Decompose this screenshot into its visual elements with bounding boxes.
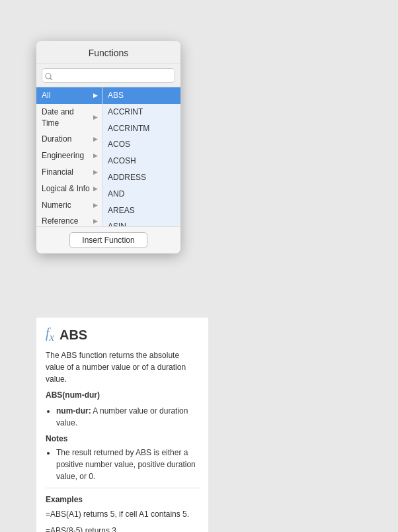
category-item-logical-info[interactable]: Logical & Info▶: [36, 181, 102, 197]
function-item-and[interactable]: AND: [102, 186, 180, 202]
category-item-date-time[interactable]: Date and Time▶: [36, 104, 102, 132]
desc-header: fx ABS: [46, 326, 199, 344]
category-item-numeric[interactable]: Numeric▶: [36, 197, 102, 214]
chevron-icon: ▶: [93, 135, 98, 144]
function-item-areas[interactable]: AREAS: [102, 202, 180, 219]
example-item: =ABS(8-5) returns 3.: [46, 525, 199, 532]
panel-title: Functions: [36, 41, 180, 64]
category-list: All▶Date and Time▶Duration▶Engineering▶F…: [36, 87, 102, 226]
lists-container: All▶Date and Time▶Duration▶Engineering▶F…: [36, 87, 180, 226]
function-item-accrintm[interactable]: ACCRINTM: [102, 120, 180, 137]
function-list: ABSACCRINTACCRINTMACOSACOSHADDRESSANDARE…: [102, 87, 180, 226]
desc-body: The ABS function returns the absolute va…: [46, 349, 199, 532]
chevron-icon: ▶: [93, 185, 98, 193]
category-label: Date and Time: [42, 107, 93, 129]
chevron-icon: ▶: [93, 152, 98, 160]
category-item-duration[interactable]: Duration▶: [36, 131, 102, 148]
category-label: Engineering: [42, 150, 84, 161]
chevron-icon: ▶: [93, 201, 98, 210]
param-item: num-dur: A number value or duration valu…: [56, 405, 199, 429]
functions-panel: Functions All▶Date and Time▶Duration▶Eng…: [36, 41, 180, 253]
category-label: Numeric: [42, 200, 71, 211]
note-item: The result returned by ABS is either a p…: [56, 447, 199, 482]
category-item-financial[interactable]: Financial▶: [36, 164, 102, 181]
desc-func-name: ABS: [60, 328, 87, 343]
chevron-icon: ▶: [93, 217, 98, 226]
description-panel: fx ABS The ABS function returns the abso…: [36, 318, 208, 532]
desc-summary: The ABS function returns the absolute va…: [46, 349, 199, 385]
search-input[interactable]: [42, 68, 175, 83]
function-item-address[interactable]: ADDRESS: [102, 169, 180, 186]
examples-title: Examples: [46, 494, 199, 506]
category-label: Duration: [42, 134, 71, 145]
search-bar: [36, 64, 180, 87]
function-item-asin[interactable]: ASIN: [102, 218, 180, 226]
function-item-abs[interactable]: ABS: [102, 87, 180, 104]
function-item-acos[interactable]: ACOS: [102, 136, 180, 153]
category-item-engineering[interactable]: Engineering▶: [36, 148, 102, 164]
example-item: =ABS(A1) returns 5, if cell A1 contains …: [46, 508, 199, 521]
category-label: Financial: [42, 167, 73, 178]
search-wrapper: [42, 68, 175, 83]
notes-title: Notes: [46, 433, 199, 445]
category-item-all[interactable]: All▶: [36, 87, 102, 104]
fx-icon: fx: [46, 326, 54, 344]
category-label: All: [42, 90, 50, 101]
insert-function-button[interactable]: Insert Function: [69, 232, 147, 248]
function-item-acosh[interactable]: ACOSH: [102, 153, 180, 169]
category-label: Logical & Info: [42, 183, 90, 195]
chevron-icon: ▶: [93, 113, 98, 122]
chevron-icon: ▶: [93, 91, 98, 100]
category-item-reference[interactable]: Reference▶: [36, 213, 102, 226]
chevron-icon: ▶: [93, 168, 98, 177]
desc-signature: ABS(num-dur): [46, 389, 199, 401]
category-label: Reference: [42, 216, 78, 226]
function-item-accrint[interactable]: ACCRINT: [102, 104, 180, 120]
examples-section: Examples =ABS(A1) returns 5, if cell A1 …: [46, 488, 199, 532]
insert-btn-container: Insert Function: [36, 226, 180, 253]
